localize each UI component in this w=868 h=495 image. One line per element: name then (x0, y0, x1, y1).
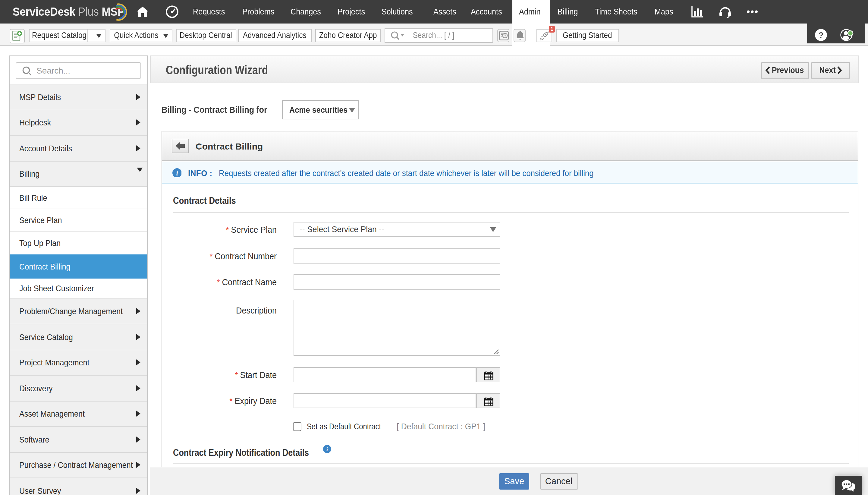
svg-text:?: ? (818, 31, 823, 40)
svg-text:i: i (176, 169, 178, 177)
svg-text:i: i (326, 446, 328, 453)
